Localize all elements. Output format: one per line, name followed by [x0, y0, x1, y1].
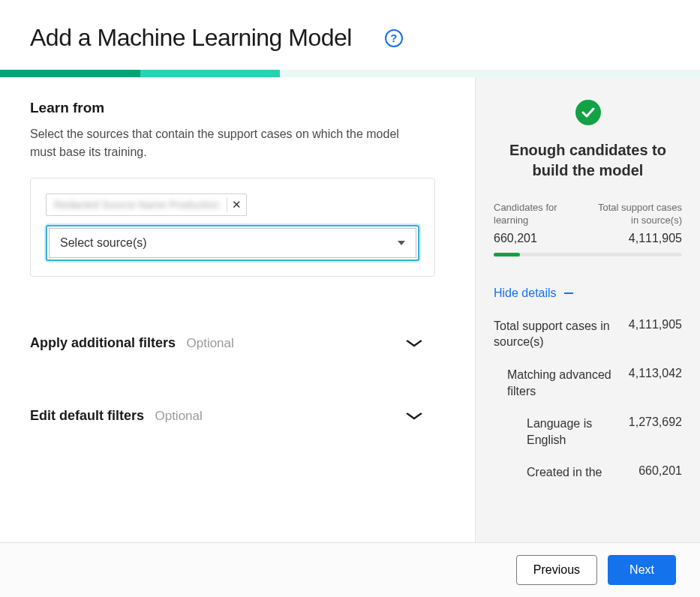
- total-cases-label: Total support cases in source(s): [592, 202, 682, 227]
- chevron-down-icon: [406, 338, 422, 350]
- accordion-default-filters[interactable]: Edit default filters Optional: [30, 394, 420, 437]
- previous-button[interactable]: Previous: [516, 555, 597, 585]
- optional-tag: Optional: [186, 336, 233, 350]
- optional-tag: Optional: [155, 409, 202, 423]
- page-title: Add a Machine Learning Model: [30, 24, 352, 52]
- learn-from-description: Select the sources that contain the supp…: [30, 125, 420, 161]
- detail-label: Total support cases in source(s): [494, 318, 623, 350]
- detail-label: Matching advanced filters: [507, 367, 623, 399]
- accordion-additional-filters[interactable]: Apply additional filters Optional: [30, 322, 420, 364]
- detail-value: 4,111,905: [629, 318, 682, 350]
- detail-value: 660,201: [638, 464, 682, 481]
- summary-title: Enough candidates to build the model: [494, 140, 682, 181]
- detail-label: Language is English: [527, 416, 623, 448]
- chevron-down-icon: [406, 410, 422, 422]
- candidates-ratio-fill: [494, 253, 520, 256]
- learn-from-title: Learn from: [30, 100, 445, 116]
- source-select-placeholder: Select source(s): [60, 236, 147, 250]
- checkmark-icon: [575, 100, 601, 125]
- source-chip: Redacted Source Name Production ✕: [46, 194, 247, 216]
- source-chip-label: Redacted Source Name Production: [54, 199, 219, 211]
- source-select[interactable]: Select source(s): [46, 225, 419, 261]
- detail-label: Created in the: [527, 464, 602, 481]
- accordion-label: Edit default filters: [30, 408, 144, 423]
- hide-details-toggle[interactable]: Hide details: [494, 286, 682, 300]
- help-icon[interactable]: ?: [385, 29, 403, 47]
- close-icon[interactable]: ✕: [227, 197, 242, 212]
- total-cases-value: 4,111,905: [629, 232, 682, 245]
- candidates-value: 660,201: [494, 232, 537, 245]
- progress-segment-completed: [0, 70, 140, 77]
- hide-details-label: Hide details: [494, 286, 557, 300]
- accordion-label: Apply additional filters: [30, 335, 176, 350]
- detail-value: 1,273,692: [629, 416, 682, 448]
- detail-value: 4,113,042: [629, 367, 682, 399]
- summary-panel: Enough candidates to build the model Can…: [475, 77, 700, 542]
- chevron-down-icon: [398, 241, 405, 245]
- minus-icon: [564, 292, 573, 294]
- wizard-footer: Previous Next: [0, 542, 700, 597]
- wizard-progress: [0, 70, 700, 77]
- progress-segment-current: [140, 70, 281, 77]
- candidates-ratio-bar: [494, 253, 682, 256]
- next-button[interactable]: Next: [608, 555, 676, 585]
- sources-container: Redacted Source Name Production ✕ Select…: [30, 178, 435, 277]
- candidates-label: Candidates for learning: [494, 202, 584, 227]
